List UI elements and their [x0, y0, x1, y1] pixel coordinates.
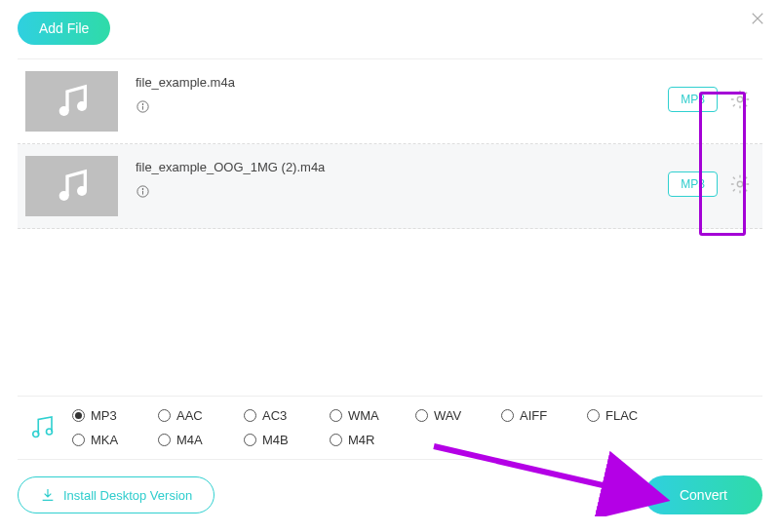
format-option-m4b[interactable]: M4B — [244, 433, 330, 447]
svg-point-0 — [58, 106, 68, 116]
svg-point-4 — [142, 104, 143, 105]
radio-icon — [244, 434, 256, 446]
radio-icon — [72, 409, 85, 422]
format-option-m4a[interactable]: M4A — [158, 433, 244, 447]
file-thumbnail — [25, 156, 118, 216]
svg-point-5 — [737, 96, 743, 102]
bottom-bar: Install Desktop Version Convert — [18, 460, 762, 514]
file-list: file_example.m4a MP3 file_example_OOG_1M… — [18, 59, 762, 229]
top-bar: Add File — [18, 12, 762, 59]
svg-point-1 — [77, 101, 87, 111]
install-desktop-button[interactable]: Install Desktop Version — [18, 476, 214, 513]
file-meta: file_example_OOG_1MG (2).m4a — [118, 156, 668, 202]
file-actions: MP3 — [668, 71, 755, 112]
spacer — [18, 229, 762, 396]
radio-icon — [158, 409, 171, 422]
svg-point-7 — [77, 186, 87, 196]
format-option-label: M4R — [348, 433, 374, 447]
radio-icon — [158, 434, 171, 446]
format-option-label: AAC — [176, 408, 203, 423]
download-icon — [40, 487, 56, 503]
radio-icon — [330, 434, 342, 446]
output-format-badge[interactable]: MP3 — [668, 171, 718, 197]
info-icon[interactable] — [136, 184, 150, 199]
format-options: MP3AACAC3WMAWAVAIFFFLACMKAM4AM4BM4R — [72, 408, 757, 447]
radio-icon — [587, 409, 600, 422]
format-option-label: FLAC — [605, 408, 638, 423]
format-option-label: AC3 — [262, 408, 287, 423]
app-window: Add File file_example.m4a MP3 — [0, 0, 780, 532]
svg-point-10 — [142, 189, 143, 190]
gear-icon — [729, 89, 751, 110]
settings-button[interactable] — [729, 89, 751, 110]
svg-point-6 — [58, 191, 68, 201]
settings-button[interactable] — [729, 173, 751, 195]
format-option-aiff[interactable]: AIFF — [501, 408, 587, 423]
gear-icon — [729, 173, 751, 195]
file-row: file_example.m4a MP3 — [18, 59, 762, 144]
radio-icon — [72, 434, 85, 446]
file-meta: file_example.m4a — [118, 71, 668, 117]
convert-button[interactable]: Convert — [644, 475, 762, 514]
output-format-badge[interactable]: MP3 — [668, 87, 718, 112]
format-option-label: M4B — [262, 433, 289, 447]
format-option-mp3[interactable]: MP3 — [72, 408, 158, 423]
file-name: file_example_OOG_1MG (2).m4a — [136, 160, 668, 174]
info-icon[interactable] — [136, 99, 150, 114]
format-option-wav[interactable]: WAV — [415, 408, 501, 423]
radio-icon — [415, 409, 428, 422]
format-option-ac3[interactable]: AC3 — [244, 408, 330, 423]
file-name: file_example.m4a — [136, 75, 668, 90]
file-thumbnail — [25, 71, 118, 132]
format-option-label: MP3 — [91, 408, 117, 423]
music-note-icon — [53, 167, 92, 206]
add-file-button[interactable]: Add File — [18, 12, 110, 45]
format-option-mka[interactable]: MKA — [72, 433, 158, 447]
format-option-m4r[interactable]: M4R — [330, 433, 415, 447]
radio-icon — [501, 409, 514, 422]
install-desktop-label: Install Desktop Version — [63, 488, 192, 503]
format-option-label: M4A — [176, 433, 203, 447]
format-option-flac[interactable]: FLAC — [587, 408, 673, 423]
format-option-wma[interactable]: WMA — [330, 408, 415, 423]
music-note-icon — [53, 82, 92, 121]
radio-icon — [330, 409, 342, 422]
format-option-aac[interactable]: AAC — [158, 408, 244, 423]
format-option-label: AIFF — [520, 408, 547, 423]
file-row: file_example_OOG_1MG (2).m4a MP3 — [18, 144, 762, 229]
format-option-label: WMA — [348, 408, 379, 423]
close-button[interactable] — [749, 10, 766, 31]
svg-point-11 — [737, 181, 743, 187]
format-option-label: MKA — [91, 433, 118, 447]
format-selector: MP3AACAC3WMAWAVAIFFFLACMKAM4AM4BM4R — [18, 396, 762, 460]
close-icon — [749, 10, 766, 27]
file-actions: MP3 — [668, 156, 755, 197]
radio-icon — [244, 409, 256, 422]
music-icon — [23, 408, 72, 445]
format-option-label: WAV — [434, 408, 461, 423]
